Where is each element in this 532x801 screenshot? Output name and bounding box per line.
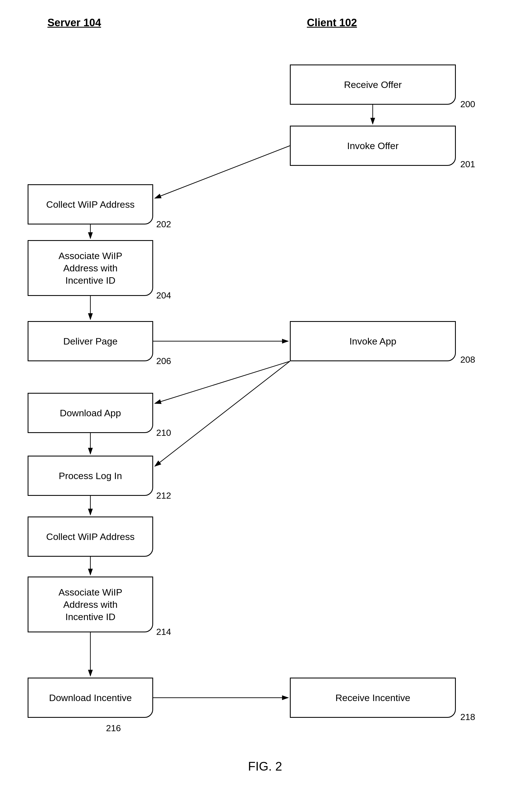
svg-line-2 xyxy=(155,146,290,198)
step-200: 200 xyxy=(460,99,475,109)
download-app-box: Download App xyxy=(27,393,153,433)
svg-line-7 xyxy=(155,361,290,466)
receive-incentive-box: Receive Incentive xyxy=(290,678,456,718)
invoke-app-box: Invoke App xyxy=(290,321,456,361)
associate-wiip-2-box: Associate WiIP Address with Incentive ID xyxy=(27,577,153,632)
step-204: 204 xyxy=(156,290,171,301)
figure-caption: FIG. 2 xyxy=(209,759,321,773)
step-210: 210 xyxy=(156,428,171,438)
step-202: 202 xyxy=(156,219,171,230)
step-206: 206 xyxy=(156,356,171,366)
step-214: 214 xyxy=(156,627,171,637)
receive-offer-box: Receive Offer xyxy=(290,65,456,105)
diagram-container: Server 104 Client 102 Receive Offer 200 … xyxy=(0,0,532,801)
step-201: 201 xyxy=(460,159,475,169)
collect-wiip-1-box: Collect WiIP Address xyxy=(27,184,153,224)
deliver-page-box: Deliver Page xyxy=(27,321,153,361)
server-header: Server 104 xyxy=(48,17,101,29)
process-login-box: Process Log In xyxy=(27,456,153,496)
step-212: 212 xyxy=(156,491,171,501)
svg-line-6 xyxy=(155,361,290,403)
invoke-offer-box: Invoke Offer xyxy=(290,126,456,166)
step-218: 218 xyxy=(460,712,475,722)
download-incentive-box: Download Incentive xyxy=(27,678,153,718)
associate-wiip-1-box: Associate WiIP Address with Incentive ID xyxy=(27,240,153,296)
collect-wiip-2-box: Collect WiIP Address xyxy=(27,516,153,557)
step-208: 208 xyxy=(460,354,475,365)
step-216: 216 xyxy=(106,723,121,733)
client-header: Client 102 xyxy=(307,17,357,29)
